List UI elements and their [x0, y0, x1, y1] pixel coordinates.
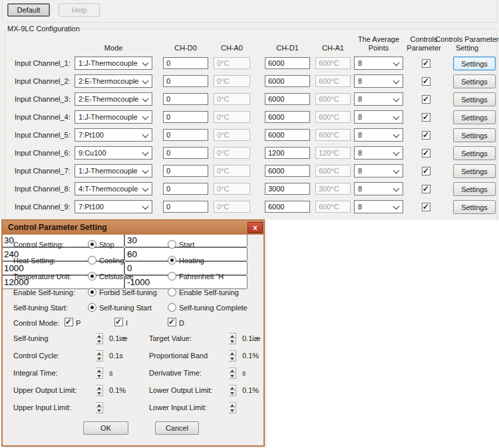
ch-d1-input[interactable]	[265, 111, 310, 123]
spinner-up-icon[interactable]	[96, 386, 102, 391]
spinner-up-icon[interactable]	[229, 351, 236, 356]
ch-d1-input[interactable]	[265, 93, 310, 105]
controls-parameter-checkbox[interactable]	[422, 131, 430, 140]
radio-cooling[interactable]	[88, 256, 96, 265]
ch-d1-input[interactable]	[265, 183, 310, 195]
control-mode-checkbox-i[interactable]	[114, 318, 123, 326]
average-points-select[interactable]: 8	[354, 128, 403, 142]
ch-d1-input[interactable]	[265, 129, 310, 141]
control-mode-checkbox-p[interactable]	[65, 318, 73, 326]
radio-forbid-self-tuning[interactable]	[88, 288, 96, 296]
spinner-up-icon[interactable]	[96, 403, 102, 408]
mode-select[interactable]: 7:Pt100	[75, 128, 152, 142]
mode-select[interactable]: 7:Pt100	[75, 200, 152, 213]
ch-d0-input[interactable]	[163, 165, 208, 177]
spinner-down-icon[interactable]	[229, 408, 236, 413]
mode-select[interactable]: 4:T-Thermocouple	[75, 182, 152, 195]
spinner-down-icon[interactable]	[96, 408, 102, 413]
average-points-select[interactable]: 8	[354, 182, 403, 195]
mode-select[interactable]: 2:E-Thermocouple	[75, 92, 152, 106]
spinner-down-icon[interactable]	[96, 391, 102, 395]
spinner-up-icon[interactable]	[229, 368, 236, 374]
controls-parameter-checkbox[interactable]	[422, 203, 430, 211]
spinner-control[interactable]	[229, 333, 236, 344]
average-points-select[interactable]: 8	[354, 56, 403, 70]
spinner-control[interactable]	[96, 333, 103, 344]
radio-enable-self-tuning[interactable]	[168, 288, 176, 296]
settings-button[interactable]: Settings	[453, 56, 496, 70]
ch-d0-input[interactable]	[163, 147, 208, 159]
average-points-select[interactable]: 8	[354, 164, 403, 177]
average-points-select[interactable]: 8	[354, 110, 403, 124]
radio-self-tuning-start[interactable]	[88, 303, 96, 312]
radio-start[interactable]	[168, 240, 176, 249]
controls-parameter-checkbox[interactable]	[422, 95, 430, 104]
control-mode-checkbox-d[interactable]	[168, 318, 176, 326]
ch-d1-input[interactable]	[265, 75, 310, 87]
spinner-control[interactable]	[229, 368, 236, 379]
settings-button[interactable]: Settings	[453, 164, 496, 178]
radio-fahrenheit-h[interactable]	[168, 272, 176, 280]
ch-d0-input[interactable]	[163, 75, 208, 87]
help-button[interactable]: Help	[59, 3, 100, 17]
average-points-select[interactable]: 8	[354, 146, 403, 160]
spinner-down-icon[interactable]	[229, 391, 236, 395]
radio-heating[interactable]	[168, 256, 176, 265]
controls-parameter-checkbox[interactable]	[422, 113, 430, 122]
ch-d1-input[interactable]	[265, 201, 310, 213]
ok-button[interactable]: OK	[83, 421, 128, 435]
spinner-control[interactable]	[96, 350, 103, 362]
settings-button[interactable]: Settings	[453, 128, 496, 142]
spinner-control[interactable]	[96, 368, 103, 379]
spinner-control[interactable]	[229, 350, 236, 362]
default-button[interactable]: Default	[7, 3, 50, 17]
spinner-down-icon[interactable]	[96, 374, 102, 378]
ch-d0-input[interactable]	[163, 111, 208, 123]
mode-select[interactable]: 9:Cu100	[75, 146, 152, 160]
spinner-down-icon[interactable]	[229, 374, 236, 378]
spinner-up-icon[interactable]	[96, 334, 102, 339]
settings-button[interactable]: Settings	[453, 74, 496, 88]
mode-select[interactable]: 1:J-Thermocouple	[75, 164, 152, 177]
mode-select[interactable]: 1:J-Thermocouple	[75, 110, 152, 124]
spinner-up-icon[interactable]	[96, 368, 102, 374]
spinner-up-icon[interactable]	[229, 403, 236, 408]
controls-parameter-checkbox[interactable]	[422, 77, 430, 86]
controls-parameter-checkbox[interactable]	[422, 167, 430, 175]
settings-button[interactable]: Settings	[453, 182, 496, 196]
radio-stop[interactable]	[88, 240, 96, 249]
spinner-up-icon[interactable]	[96, 351, 102, 356]
close-icon[interactable]: x	[248, 222, 263, 233]
spinner-control[interactable]	[229, 402, 236, 413]
cancel-button[interactable]: Cancel	[155, 421, 199, 435]
spinner-control[interactable]	[96, 402, 103, 413]
ch-d1-input[interactable]	[265, 165, 310, 177]
average-points-select[interactable]: 8	[354, 74, 403, 88]
ch-d1-input[interactable]	[265, 147, 310, 159]
spinner-down-icon[interactable]	[229, 339, 236, 344]
average-points-select[interactable]: 8	[354, 92, 403, 106]
settings-button[interactable]: Settings	[453, 92, 496, 106]
spinner-control[interactable]	[229, 385, 236, 396]
spinner-control[interactable]	[96, 385, 103, 396]
ch-d0-input[interactable]	[163, 201, 208, 213]
ch-d0-input[interactable]	[163, 183, 208, 195]
settings-button[interactable]: Settings	[453, 110, 496, 124]
mode-select[interactable]: 2:E-Thermocouple	[75, 74, 152, 88]
ch-d0-input[interactable]	[163, 57, 208, 69]
radio-self-tuning-complete[interactable]	[168, 303, 176, 312]
average-points-select[interactable]: 8	[354, 200, 403, 213]
mode-select[interactable]: 1:J-Thermocouple	[75, 56, 152, 70]
settings-button[interactable]: Settings	[453, 146, 496, 160]
spinner-down-icon[interactable]	[96, 339, 102, 344]
dialog-title-bar[interactable]: Control Parameter Setting	[3, 221, 263, 235]
controls-parameter-checkbox[interactable]	[422, 59, 430, 68]
ch-d0-input[interactable]	[163, 129, 208, 141]
spinner-up-icon[interactable]	[229, 334, 236, 339]
spinner-down-icon[interactable]	[229, 356, 236, 361]
ch-d1-input[interactable]	[265, 57, 310, 69]
settings-button[interactable]: Settings	[453, 200, 496, 214]
controls-parameter-checkbox[interactable]	[422, 185, 430, 193]
spinner-down-icon[interactable]	[96, 356, 102, 361]
spinner-up-icon[interactable]	[229, 386, 236, 391]
